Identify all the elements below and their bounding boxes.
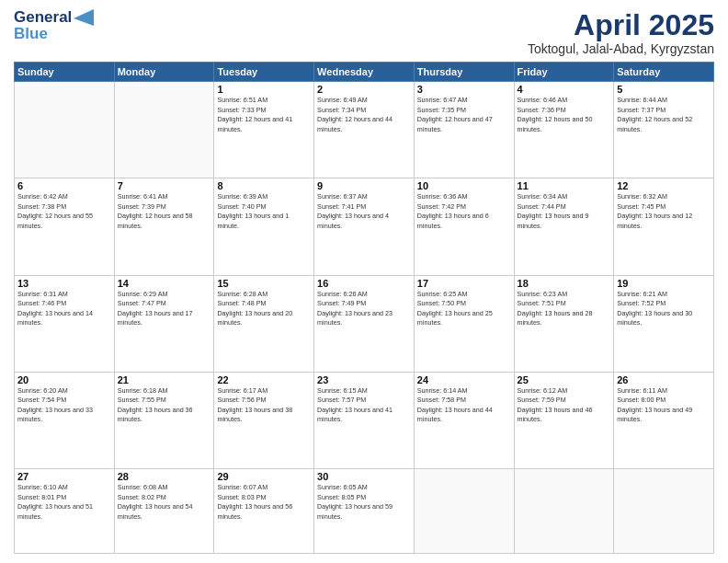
- day-cell: 1Sunrise: 6:51 AMSunset: 7:33 PMDaylight…: [214, 82, 314, 178]
- day-number: 5: [617, 84, 711, 95]
- day-cell: 12Sunrise: 6:32 AMSunset: 7:45 PMDayligh…: [614, 178, 714, 275]
- day-number: 29: [217, 471, 311, 482]
- day-cell: 14Sunrise: 6:29 AMSunset: 7:47 PMDayligh…: [114, 275, 214, 372]
- day-info: Sunrise: 6:44 AMSunset: 7:37 PMDaylight:…: [617, 96, 711, 134]
- week-row-3: 13Sunrise: 6:31 AMSunset: 7:46 PMDayligh…: [15, 275, 714, 372]
- calendar-header-row: SundayMondayTuesdayWednesdayThursdayFrid…: [15, 63, 714, 82]
- day-info: Sunrise: 6:34 AMSunset: 7:44 PMDaylight:…: [518, 192, 611, 231]
- day-cell: 9Sunrise: 6:37 AMSunset: 7:41 PMDaylight…: [314, 178, 415, 275]
- week-row-1: 1Sunrise: 6:51 AMSunset: 7:33 PMDaylight…: [15, 82, 714, 178]
- day-cell: 6Sunrise: 6:42 AMSunset: 7:38 PMDaylight…: [15, 178, 115, 275]
- logo: General Blue: [14, 9, 94, 42]
- week-row-5: 27Sunrise: 6:10 AMSunset: 8:01 PMDayligh…: [15, 469, 714, 554]
- title-block: April 2025 Toktogul, Jalal-Abad, Kyrgyzs…: [528, 9, 714, 56]
- day-number: 14: [118, 278, 211, 289]
- day-cell: 20Sunrise: 6:20 AMSunset: 7:54 PMDayligh…: [15, 372, 115, 468]
- day-cell: 26Sunrise: 6:11 AMSunset: 8:00 PMDayligh…: [614, 372, 714, 468]
- day-number: 6: [17, 180, 111, 191]
- day-info: Sunrise: 6:20 AMSunset: 7:54 PMDaylight:…: [17, 386, 111, 425]
- day-number: 7: [118, 180, 211, 191]
- day-cell: 25Sunrise: 6:12 AMSunset: 7:59 PMDayligh…: [514, 372, 614, 468]
- day-info: Sunrise: 6:51 AMSunset: 7:33 PMDaylight:…: [217, 96, 311, 134]
- day-cell: 21Sunrise: 6:18 AMSunset: 7:55 PMDayligh…: [114, 372, 214, 468]
- day-info: Sunrise: 6:49 AMSunset: 7:34 PMDaylight:…: [317, 96, 411, 134]
- col-header-monday: Monday: [114, 63, 214, 82]
- day-number: 20: [17, 374, 111, 385]
- day-cell: 22Sunrise: 6:17 AMSunset: 7:56 PMDayligh…: [214, 372, 314, 468]
- day-number: 30: [317, 471, 411, 482]
- day-cell: 2Sunrise: 6:49 AMSunset: 7:34 PMDaylight…: [314, 82, 415, 178]
- day-info: Sunrise: 6:14 AMSunset: 7:58 PMDaylight:…: [417, 386, 511, 425]
- day-info: Sunrise: 6:05 AMSunset: 8:05 PMDaylight:…: [317, 483, 411, 522]
- day-cell: 24Sunrise: 6:14 AMSunset: 7:58 PMDayligh…: [414, 372, 514, 468]
- day-cell: 19Sunrise: 6:21 AMSunset: 7:52 PMDayligh…: [614, 275, 714, 372]
- day-number: 24: [417, 374, 511, 385]
- day-cell: 5Sunrise: 6:44 AMSunset: 7:37 PMDaylight…: [614, 82, 714, 178]
- day-number: 12: [617, 180, 711, 191]
- day-info: Sunrise: 6:29 AMSunset: 7:47 PMDaylight:…: [118, 290, 211, 328]
- day-number: 3: [417, 84, 511, 95]
- day-cell: 11Sunrise: 6:34 AMSunset: 7:44 PMDayligh…: [514, 178, 614, 275]
- day-number: 23: [317, 374, 411, 385]
- week-row-4: 20Sunrise: 6:20 AMSunset: 7:54 PMDayligh…: [15, 372, 714, 468]
- day-cell: 18Sunrise: 6:23 AMSunset: 7:51 PMDayligh…: [514, 275, 614, 372]
- day-cell: [114, 82, 214, 178]
- day-info: Sunrise: 6:36 AMSunset: 7:42 PMDaylight:…: [417, 192, 511, 231]
- day-info: Sunrise: 6:28 AMSunset: 7:48 PMDaylight:…: [217, 290, 311, 328]
- main-title: April 2025: [528, 9, 714, 41]
- day-cell: 29Sunrise: 6:07 AMSunset: 8:03 PMDayligh…: [214, 469, 314, 554]
- day-number: 9: [317, 180, 411, 191]
- day-number: 21: [118, 374, 211, 385]
- day-cell: 27Sunrise: 6:10 AMSunset: 8:01 PMDayligh…: [15, 469, 115, 554]
- day-cell: 7Sunrise: 6:41 AMSunset: 7:39 PMDaylight…: [114, 178, 214, 275]
- day-info: Sunrise: 6:12 AMSunset: 7:59 PMDaylight:…: [518, 386, 611, 425]
- day-number: 13: [17, 278, 111, 289]
- day-info: Sunrise: 6:31 AMSunset: 7:46 PMDaylight:…: [17, 290, 111, 328]
- day-number: 22: [217, 374, 311, 385]
- day-info: Sunrise: 6:15 AMSunset: 7:57 PMDaylight:…: [317, 386, 411, 425]
- day-cell: 3Sunrise: 6:47 AMSunset: 7:35 PMDaylight…: [414, 82, 514, 178]
- header: General Blue April 2025 Toktogul, Jalal-…: [14, 9, 714, 56]
- day-number: 11: [518, 180, 611, 191]
- day-info: Sunrise: 6:46 AMSunset: 7:36 PMDaylight:…: [518, 96, 611, 134]
- day-info: Sunrise: 6:18 AMSunset: 7:55 PMDaylight:…: [118, 386, 211, 425]
- day-info: Sunrise: 6:39 AMSunset: 7:40 PMDaylight:…: [217, 192, 311, 231]
- day-cell: 16Sunrise: 6:26 AMSunset: 7:49 PMDayligh…: [314, 275, 415, 372]
- col-header-wednesday: Wednesday: [314, 63, 415, 82]
- day-info: Sunrise: 6:08 AMSunset: 8:02 PMDaylight:…: [118, 483, 211, 522]
- week-row-2: 6Sunrise: 6:42 AMSunset: 7:38 PMDaylight…: [15, 178, 714, 275]
- day-info: Sunrise: 6:07 AMSunset: 8:03 PMDaylight:…: [217, 483, 311, 522]
- day-info: Sunrise: 6:47 AMSunset: 7:35 PMDaylight:…: [417, 96, 511, 134]
- day-info: Sunrise: 6:11 AMSunset: 8:00 PMDaylight:…: [617, 386, 711, 425]
- day-number: 10: [417, 180, 511, 191]
- day-info: Sunrise: 6:23 AMSunset: 7:51 PMDaylight:…: [518, 290, 611, 328]
- day-cell: 8Sunrise: 6:39 AMSunset: 7:40 PMDaylight…: [214, 178, 314, 275]
- subtitle: Toktogul, Jalal-Abad, Kyrgyzstan: [528, 41, 714, 56]
- day-cell: 28Sunrise: 6:08 AMSunset: 8:02 PMDayligh…: [114, 469, 214, 554]
- day-info: Sunrise: 6:42 AMSunset: 7:38 PMDaylight:…: [17, 192, 111, 231]
- day-number: 17: [417, 278, 511, 289]
- day-cell: [514, 469, 614, 554]
- day-info: Sunrise: 6:21 AMSunset: 7:52 PMDaylight:…: [617, 290, 711, 328]
- col-header-tuesday: Tuesday: [214, 63, 314, 82]
- page: General Blue April 2025 Toktogul, Jalal-…: [0, 0, 728, 563]
- day-number: 8: [217, 180, 311, 191]
- day-info: Sunrise: 6:41 AMSunset: 7:39 PMDaylight:…: [118, 192, 211, 231]
- day-info: Sunrise: 6:17 AMSunset: 7:56 PMDaylight:…: [217, 386, 311, 425]
- day-number: 27: [17, 471, 111, 482]
- day-number: 1: [217, 84, 311, 95]
- day-cell: 17Sunrise: 6:25 AMSunset: 7:50 PMDayligh…: [414, 275, 514, 372]
- day-cell: 15Sunrise: 6:28 AMSunset: 7:48 PMDayligh…: [214, 275, 314, 372]
- day-cell: [414, 469, 514, 554]
- col-header-sunday: Sunday: [15, 63, 115, 82]
- logo-blue: Blue: [14, 26, 72, 42]
- logo-icon: [74, 9, 94, 35]
- day-number: 19: [617, 278, 711, 289]
- day-number: 4: [518, 84, 611, 95]
- svg-marker-0: [74, 9, 94, 26]
- day-info: Sunrise: 6:26 AMSunset: 7:49 PMDaylight:…: [317, 290, 411, 328]
- logo-general: General: [14, 9, 72, 26]
- day-number: 18: [518, 278, 611, 289]
- day-info: Sunrise: 6:25 AMSunset: 7:50 PMDaylight:…: [417, 290, 511, 328]
- col-header-saturday: Saturday: [614, 63, 714, 82]
